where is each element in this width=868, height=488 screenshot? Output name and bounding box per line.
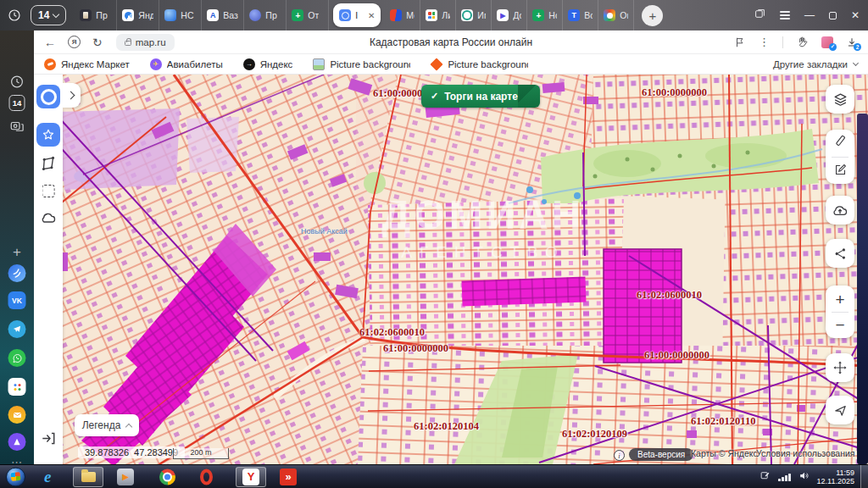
bookmark-flag-icon[interactable] bbox=[734, 36, 746, 48]
maximize-button[interactable] bbox=[829, 12, 837, 19]
zoom-out-button[interactable]: − bbox=[826, 313, 854, 337]
zoom-control: + − bbox=[826, 286, 854, 338]
info-icon[interactable]: i bbox=[614, 450, 625, 461]
tab-10[interactable]: Ип bbox=[456, 0, 492, 30]
trades-on-map-button[interactable]: ✓ Торги на карте bbox=[421, 85, 540, 108]
tab-title: Но bbox=[548, 10, 557, 20]
taskbar-yandex-browser[interactable]: Y bbox=[236, 467, 266, 487]
tab-close-icon[interactable]: ✕ bbox=[368, 11, 375, 20]
tab-2[interactable]: Янд bbox=[117, 0, 159, 30]
cloud-upload-button[interactable] bbox=[826, 196, 854, 225]
layers-button[interactable] bbox=[826, 85, 854, 114]
volume-icon[interactable] bbox=[798, 469, 810, 485]
telegram-icon[interactable] bbox=[8, 320, 26, 338]
address-bar[interactable]: map.ru bbox=[116, 34, 175, 51]
new-tab-button[interactable]: + bbox=[642, 5, 663, 26]
other-bookmarks-button[interactable]: Другие закладки bbox=[773, 59, 858, 69]
tab-4[interactable]: Ваз bbox=[202, 0, 244, 30]
tab-11[interactable]: До bbox=[492, 0, 527, 30]
favorites-star-button[interactable] bbox=[36, 123, 60, 147]
tab-8[interactable]: Мо bbox=[385, 0, 420, 30]
bookmark-yandex[interactable]: Яндекс bbox=[243, 58, 293, 70]
mail-icon[interactable] bbox=[8, 406, 26, 424]
tab-1[interactable]: Пр bbox=[75, 0, 117, 30]
map-copyright[interactable]: Карты © Яндекс bbox=[691, 448, 758, 458]
tab-active[interactable]: I ✕ bbox=[333, 3, 381, 27]
side-panel-icon[interactable] bbox=[754, 8, 765, 22]
exit-icon[interactable] bbox=[41, 430, 57, 446]
tab-9[interactable]: Ли bbox=[420, 0, 456, 30]
profile-icon[interactable]: Я bbox=[68, 36, 81, 48]
expand-panel-button[interactable] bbox=[63, 83, 81, 108]
taskbar-remote-app[interactable]: » bbox=[280, 469, 297, 485]
bookmark-aviabilety[interactable]: Авиабилеты bbox=[150, 58, 223, 70]
zen-icon[interactable] bbox=[8, 264, 26, 282]
edit-icon[interactable] bbox=[833, 163, 848, 180]
cadastral-quarter-label: 61:02:0120104 bbox=[414, 420, 479, 433]
site-logo[interactable] bbox=[36, 85, 60, 108]
more-actions-icon[interactable]: ⋮ bbox=[759, 36, 770, 48]
taskbar-file-explorer[interactable] bbox=[73, 467, 103, 487]
pan-button[interactable] bbox=[826, 353, 854, 382]
start-button[interactable] bbox=[6, 467, 25, 486]
tab-13[interactable]: Во bbox=[563, 0, 598, 30]
bookmark-label: Яндекс bbox=[260, 59, 293, 69]
tab-counter[interactable]: 14 bbox=[31, 5, 66, 25]
sidebar-history-icon[interactable] bbox=[10, 75, 25, 89]
taskbar: e ▶ Y » 11:59 12.11.2025 bbox=[0, 464, 868, 488]
menu-icon[interactable] bbox=[780, 11, 790, 19]
map-viewport: ДОМИАН АГЕНТСТВО 61:00:0000000 61:00:000… bbox=[34, 75, 868, 464]
other-bookmarks-label: Другие закладки bbox=[773, 59, 848, 69]
system-tray: 11:59 12.11.2025 bbox=[760, 465, 854, 488]
bookmark-picture-1[interactable]: Picture background bbox=[313, 58, 410, 70]
close-button[interactable]: ✕ bbox=[851, 9, 860, 21]
back-button[interactable]: ← bbox=[44, 36, 56, 49]
tab-3[interactable]: НС bbox=[159, 0, 202, 30]
tab-6[interactable]: От bbox=[287, 0, 329, 30]
locate-button[interactable] bbox=[826, 396, 854, 424]
action-center-icon[interactable] bbox=[760, 469, 771, 485]
downloads-icon[interactable]: 2 bbox=[846, 36, 858, 48]
minimize-button[interactable]: — bbox=[804, 9, 815, 21]
cadastral-map[interactable] bbox=[34, 75, 868, 464]
services-grid-icon[interactable] bbox=[8, 378, 26, 396]
polygon-select-icon[interactable] bbox=[41, 156, 57, 172]
taskbar-opera[interactable] bbox=[200, 469, 213, 485]
area-select-icon[interactable] bbox=[42, 185, 55, 197]
history-clock-icon[interactable] bbox=[5, 6, 24, 25]
tab-title: Мо bbox=[406, 10, 415, 20]
tab-12[interactable]: Но bbox=[527, 0, 563, 30]
screenshot-icon[interactable] bbox=[9, 119, 25, 134]
check-icon: ✓ bbox=[431, 91, 438, 102]
whatsapp-icon[interactable] bbox=[8, 349, 26, 367]
taskbar-internet-explorer[interactable]: e bbox=[44, 468, 51, 486]
cadastral-quarter-label: 61:02:0120110 bbox=[691, 415, 755, 428]
refresh-button[interactable]: ↻ bbox=[92, 36, 103, 49]
network-icon[interactable] bbox=[778, 474, 791, 481]
taskbar-media-player[interactable]: ▶ bbox=[117, 469, 134, 485]
vk-icon[interactable]: VK bbox=[8, 291, 26, 309]
protect-hand-icon[interactable] bbox=[796, 36, 809, 48]
tab-14[interactable]: Он bbox=[598, 0, 634, 30]
alice-icon[interactable] bbox=[8, 433, 26, 451]
zoom-in-button[interactable]: + bbox=[826, 287, 854, 312]
tab-5[interactable]: Пр bbox=[244, 0, 287, 30]
bookmark-picture-2[interactable]: Picture background bbox=[431, 58, 528, 70]
share-button[interactable] bbox=[826, 239, 854, 268]
bookmark-yandex-market[interactable]: Яндекс Маркет bbox=[44, 58, 130, 70]
tab-12-favicon bbox=[532, 9, 544, 21]
cadastral-quarter-label: 61:00:0000000 bbox=[642, 86, 707, 99]
taskbar-chrome[interactable] bbox=[159, 469, 175, 485]
taskbar-clock[interactable]: 11:59 12.11.2025 bbox=[817, 469, 854, 486]
cadastral-quarter-label: 61:00:0000000 bbox=[644, 349, 709, 362]
yandex-icon bbox=[243, 58, 255, 70]
extension-icon[interactable]: ✓ bbox=[821, 36, 833, 48]
sidebar-add-icon[interactable]: + bbox=[13, 244, 21, 261]
sidebar-tab-count[interactable]: 14 bbox=[9, 95, 25, 111]
legend-button[interactable]: Легенда bbox=[75, 414, 139, 436]
cloud-icon[interactable] bbox=[40, 212, 57, 224]
show-desktop-button[interactable] bbox=[860, 465, 868, 488]
lock-icon bbox=[125, 41, 131, 46]
draw-ruler-icon[interactable] bbox=[833, 134, 848, 152]
terms-link[interactable]: Условия использования bbox=[756, 448, 855, 458]
